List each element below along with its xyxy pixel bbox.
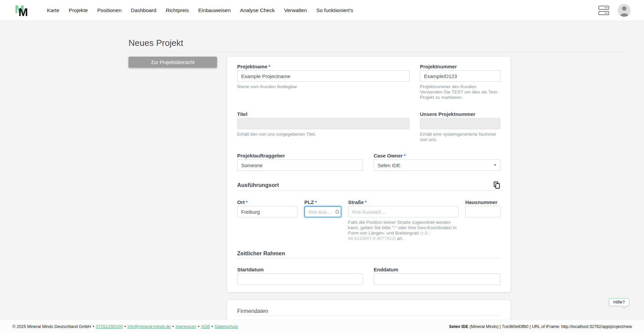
required-marker: * [246,199,248,205]
nav-item-dashboard[interactable]: Dashboard [131,7,156,13]
firmendaten-heading: Firmendaten [237,308,268,314]
copyright-text: © 2025 Mineral Minds Deutschland GmbH [12,324,91,329]
nav-item-positionen[interactable]: Positionen [97,7,121,13]
main-area: Neues Projekt Zur Projektübersicht Proje… [0,20,644,333]
titel-helper: Erhält den von uns vorgegebenen Titel. [237,132,410,137]
required-marker: * [268,64,270,69]
required-marker: * [315,199,317,205]
footer-link-impressum[interactable]: Impressum [175,324,196,329]
nav-item-richtpreis[interactable]: Richtpreis [166,7,189,13]
strasse-helper: Falls die Position keiner Straße zugeord… [348,220,459,241]
nav-item-karte[interactable]: Karte [47,7,59,13]
main-nav: Karte Projekte Positionen Dashboard Rich… [47,7,353,13]
top-navbar: M M Karte Projekte Positionen Dashboard … [0,0,644,20]
ort-input[interactable] [237,206,298,217]
session-user: Selen IDE [449,324,469,329]
startdatum-label: Startdatum [237,267,363,272]
projektnummer-input[interactable] [420,70,500,82]
nav-item-einbauweisen[interactable]: Einbauweisen [198,7,231,13]
header-right-icons [598,4,631,17]
server-icon[interactable] [598,6,609,15]
footer-link-email[interactable]: info@mineral-minds.de [127,324,171,329]
page-title: Neues Projekt [128,37,626,52]
titel-input [237,118,410,129]
projektauftraggeber-label: Projektauftraggeber [237,153,363,158]
unsere-projektnummer-input [420,118,500,129]
ausfuehrungsort-heading: Ausführungsort [237,182,279,188]
projektname-helper: Name vom Kunden festlegbar [237,84,410,89]
nav-item-projekte[interactable]: Projekte [69,7,88,13]
logo-letter-black: M [18,6,27,18]
footer-bar: © 2025 Mineral Minds Deutschland GmbH • … [0,320,644,333]
plz-label: PLZ* [304,200,341,205]
required-marker: * [404,153,406,158]
nav-item-so-funktionierts[interactable]: So funktioniert's [316,7,353,13]
user-avatar-icon[interactable] [618,4,631,17]
back-to-project-overview-button[interactable]: Zur Projektübersicht [128,57,217,68]
projektnummer-helper: Projektnummer des Kunden. Verwenden Sie … [420,84,500,100]
projektname-input[interactable] [237,70,410,82]
titel-label: Titel [237,112,410,117]
zeitlicher-rahmen-heading: Zeitlicher Rahmen [237,250,285,257]
enddatum-input[interactable] [374,273,500,285]
footer-link-agb[interactable]: AGB [201,324,210,329]
chevron-down-icon [494,164,496,166]
footer-left: © 2025 Mineral Minds Deutschland GmbH • … [12,324,238,329]
footer-link-datenschutz[interactable]: Datenschutz [215,324,238,329]
nav-item-analyse-check[interactable]: Analyse Check [240,7,275,13]
hausnummer-label: Hausnummer [465,200,500,205]
copy-icon[interactable] [493,182,500,189]
projektauftraggeber-input[interactable] [237,159,363,171]
unsere-projektnummer-helper: Erhält eine systemgenerierte Nummer von … [420,132,500,142]
session-info: Selen IDE (Mineral Minds) | 7ce360e83fb0… [449,324,632,329]
footer-link-phone[interactable]: 07151/250100 [96,324,123,329]
required-marker: * [365,199,367,205]
startdatum-input[interactable] [237,273,363,285]
loading-spinner-icon [335,210,339,214]
project-form-card: Projektname* Name vom Kunden festlegbar … [227,57,511,292]
strasse-label: Straße* [348,200,459,205]
brand-logo[interactable]: M M [15,3,32,18]
unsere-projektnummer-label: Unsere Projektnummer [420,112,500,117]
ort-label: Ort* [237,200,298,205]
enddatum-label: Enddatum [374,267,500,272]
projektnummer-label: Projektnummer [420,64,500,69]
help-button[interactable]: Hilfe? [609,298,629,306]
case-owner-label: Case Owner* [374,153,500,158]
hausnummer-input[interactable] [465,206,500,217]
nav-item-verwalten[interactable]: Verwalten [284,7,307,13]
strasse-input[interactable] [348,206,459,217]
case-owner-select[interactable] [374,159,500,171]
projektname-label: Projektname* [237,64,410,69]
